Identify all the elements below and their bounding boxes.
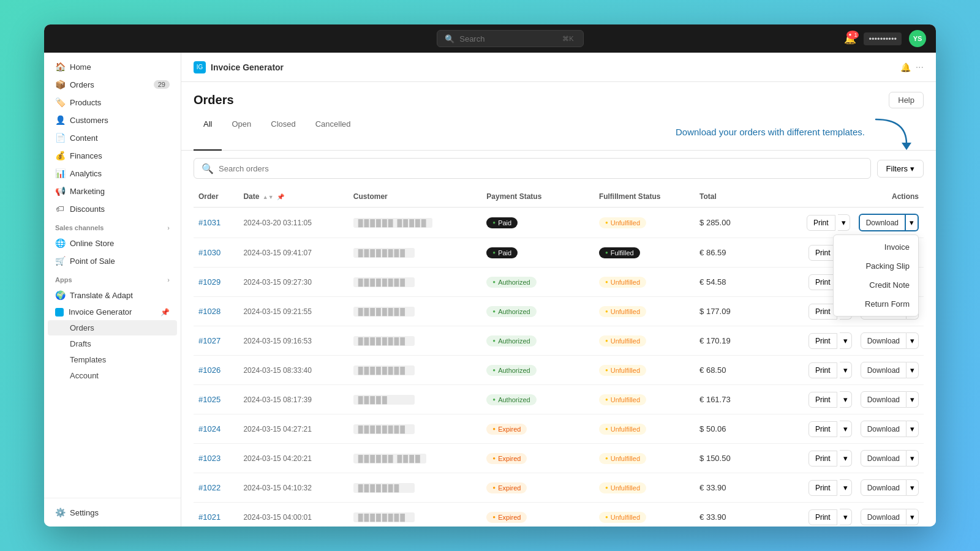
- table-row: #1028 2024-03-15 09:21:55 ████████ Autho…: [194, 297, 924, 326]
- print-button[interactable]: Print: [809, 333, 837, 349]
- customer-name: ████████: [353, 307, 415, 317]
- sidebar-sub-item-orders[interactable]: Orders: [48, 320, 177, 335]
- print-dropdown-button[interactable]: ▾: [840, 479, 852, 496]
- sidebar-item-orders[interactable]: 📦 Orders 29: [48, 76, 177, 93]
- download-dropdown-toggle[interactable]: ▾: [907, 421, 919, 437]
- products-icon: 🏷️: [55, 97, 65, 107]
- order-number[interactable]: #1024: [198, 424, 221, 433]
- print-button[interactable]: Print: [809, 392, 837, 408]
- sidebar-item-settings[interactable]: ⚙️ Settings: [48, 504, 177, 521]
- print-dropdown-button[interactable]: ▾: [838, 214, 850, 231]
- print-button[interactable]: Print: [809, 480, 837, 496]
- print-dropdown-button[interactable]: ▾: [840, 421, 852, 437]
- sidebar-item-online-store[interactable]: 🌐 Online Store: [48, 234, 177, 252]
- table-row: #1023 2024-03-15 04:20:21 ██████ ████ Ex…: [194, 444, 924, 473]
- download-button[interactable]: Download: [861, 509, 907, 525]
- order-number[interactable]: #1029: [198, 277, 221, 287]
- help-button[interactable]: Help: [889, 92, 924, 108]
- pin-date-icon[interactable]: 📌: [277, 193, 284, 200]
- download-button[interactable]: Download: [861, 421, 907, 437]
- tab-closed[interactable]: Closed: [261, 113, 305, 151]
- print-button[interactable]: Print: [809, 451, 837, 467]
- order-number[interactable]: #1023: [198, 454, 221, 463]
- tab-all[interactable]: All: [194, 113, 222, 151]
- download-dropdown-toggle[interactable]: ▾: [907, 332, 919, 349]
- print-button[interactable]: Print: [809, 362, 837, 378]
- avatar[interactable]: YS: [909, 30, 926, 47]
- sidebar-item-home[interactable]: 🏠 Home: [48, 58, 177, 75]
- print-button[interactable]: Print: [807, 215, 835, 231]
- order-number[interactable]: #1026: [198, 365, 221, 375]
- print-dropdown-button[interactable]: ▾: [840, 509, 852, 525]
- table-row: #1021 2024-03-15 04:00:01 ████████ Expir…: [194, 503, 924, 527]
- search-bar[interactable]: 🔍: [194, 158, 871, 179]
- dropdown-item-credit-note[interactable]: Credit Note: [834, 276, 918, 294]
- table-row: #1024 2024-03-15 04:27:21 ████████ Expir…: [194, 414, 924, 444]
- print-dropdown-button[interactable]: ▾: [840, 362, 852, 378]
- order-number[interactable]: #1021: [198, 512, 221, 522]
- order-number[interactable]: #1022: [198, 483, 221, 492]
- search-orders-input[interactable]: [219, 164, 863, 173]
- order-total: € 33.90: [699, 512, 726, 522]
- download-dropdown-toggle[interactable]: ▾: [907, 509, 919, 525]
- tab-open[interactable]: Open: [222, 113, 261, 151]
- sidebar-item-content[interactable]: 📄 Content: [48, 129, 177, 146]
- filter-label: Filters: [886, 164, 908, 173]
- sidebar-item-products[interactable]: 🏷️ Products: [48, 94, 177, 111]
- notification-bell[interactable]: 🔔 1: [844, 33, 856, 45]
- sidebar-item-analytics[interactable]: 📊 Analytics: [48, 165, 177, 182]
- order-number[interactable]: #1025: [198, 395, 221, 404]
- dropdown-item-invoice[interactable]: Invoice: [834, 238, 918, 257]
- topbar-search-input[interactable]: [459, 34, 557, 43]
- tab-cancelled[interactable]: Cancelled: [306, 113, 361, 151]
- cell-fulfillment: Unfulfilled: [594, 414, 695, 444]
- order-date: 2024-03-15 09:41:07: [243, 249, 311, 257]
- order-number[interactable]: #1027: [198, 336, 221, 345]
- cell-actions: Print▾ Download▾: [752, 473, 924, 503]
- print-dropdown-button[interactable]: ▾: [840, 450, 852, 467]
- download-button[interactable]: Download: [861, 391, 907, 408]
- download-dropdown-toggle[interactable]: ▾: [907, 450, 919, 467]
- download-button[interactable]: Download: [859, 214, 906, 231]
- order-number[interactable]: #1030: [198, 248, 221, 257]
- order-date: 2024-03-15 09:27:30: [243, 278, 311, 287]
- download-button[interactable]: Download: [861, 362, 907, 378]
- sidebar-sub-item-drafts[interactable]: Drafts: [48, 336, 177, 351]
- actions-cell: Print▾ Download▾: [757, 362, 919, 378]
- cell-order: #1030: [194, 238, 238, 268]
- print-dropdown-button[interactable]: ▾: [840, 391, 852, 408]
- order-date: 2024-03-15 04:20:21: [243, 454, 311, 463]
- download-dropdown-toggle[interactable]: ▾: [906, 214, 919, 231]
- download-button[interactable]: Download: [861, 479, 907, 496]
- print-button[interactable]: Print: [809, 509, 837, 525]
- order-number[interactable]: #1028: [198, 307, 221, 316]
- sidebar-item-marketing[interactable]: 📢 Marketing: [48, 182, 177, 200]
- download-button[interactable]: Download: [861, 450, 907, 467]
- pin-icon[interactable]: 📌: [160, 308, 170, 317]
- cell-actions: Print▾ Download▾: [752, 414, 924, 444]
- print-button[interactable]: Print: [809, 421, 837, 437]
- sidebar-item-customers[interactable]: 👤 Customers: [48, 111, 177, 129]
- filters-button[interactable]: Filters ▾: [877, 160, 924, 178]
- print-dropdown-button[interactable]: ▾: [840, 332, 852, 349]
- download-dropdown-toggle[interactable]: ▾: [907, 479, 919, 496]
- dropdown-item-return-form[interactable]: Return Form: [834, 294, 918, 313]
- order-number[interactable]: #1031: [198, 218, 221, 227]
- sort-icon[interactable]: ▲▼: [263, 194, 274, 200]
- download-dropdown-toggle[interactable]: ▾: [907, 362, 919, 378]
- sidebar-item-invoice-generator[interactable]: Invoice Generator 📌: [48, 304, 177, 320]
- sidebar-item-point-of-sale[interactable]: 🛒 Point of Sale: [48, 252, 177, 269]
- app-header-left: IG Invoice Generator: [194, 61, 284, 73]
- topbar-right: 🔔 1 •••••••••• YS: [844, 30, 926, 47]
- sidebar-item-translate-adapt[interactable]: 🌍 Translate & Adapt: [48, 287, 177, 304]
- sidebar-item-discounts[interactable]: 🏷 Discounts: [48, 200, 177, 217]
- app-more-icon[interactable]: ···: [916, 62, 924, 73]
- app-bell-icon[interactable]: 🔔: [900, 62, 911, 72]
- sidebar-sub-item-account[interactable]: Account: [48, 368, 177, 383]
- dropdown-item-packing-slip[interactable]: Packing Slip: [834, 257, 918, 276]
- sidebar-sub-item-templates[interactable]: Templates: [48, 352, 177, 367]
- download-button[interactable]: Download: [861, 332, 907, 349]
- topbar-search[interactable]: 🔍 ⌘K: [437, 30, 584, 47]
- download-dropdown-toggle[interactable]: ▾: [907, 391, 919, 408]
- sidebar-item-finances[interactable]: 💰 Finances: [48, 147, 177, 164]
